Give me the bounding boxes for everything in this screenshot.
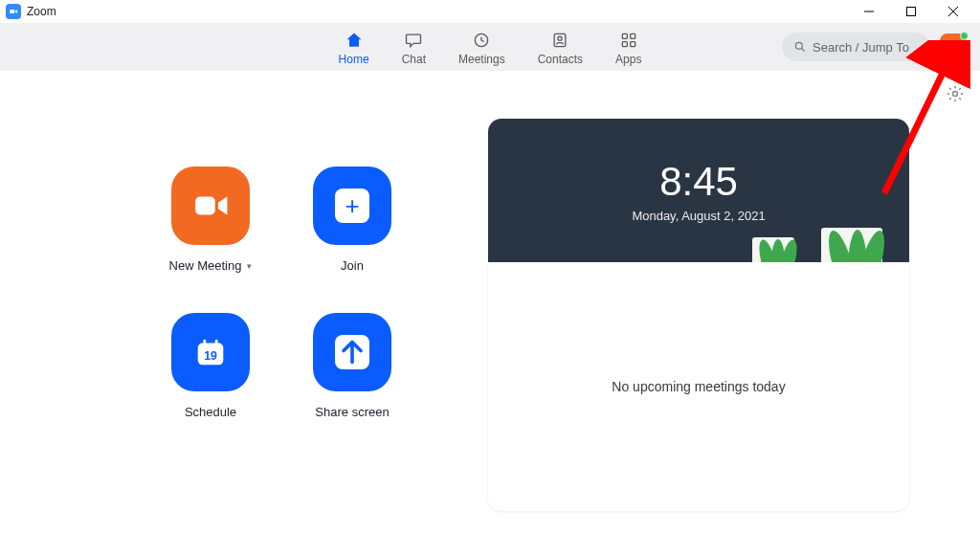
presence-indicator	[960, 32, 969, 40]
profile-avatar[interactable]: S	[940, 33, 967, 60]
svg-point-7	[558, 36, 562, 40]
tab-contacts[interactable]: Contacts	[538, 28, 583, 66]
main-navbar: Home Chat Meetings Contacts Apps	[0, 23, 980, 71]
svg-rect-10	[622, 42, 627, 47]
chevron-down-icon: ▾	[247, 261, 252, 271]
svg-rect-2	[907, 8, 916, 16]
svg-rect-9	[630, 33, 635, 38]
new-meeting-label: New Meeting	[169, 258, 242, 273]
svg-rect-18	[215, 340, 218, 346]
svg-line-13	[802, 49, 805, 52]
plant-decoration	[821, 228, 882, 262]
nav-tabs: Home Chat Meetings Contacts Apps	[339, 28, 642, 66]
join-label: Join	[341, 258, 364, 273]
zoom-logo-icon	[6, 4, 21, 19]
search-input[interactable]: Search / Jump To	[782, 33, 930, 61]
tab-contacts-label: Contacts	[538, 53, 583, 66]
tab-meetings[interactable]: Meetings	[458, 28, 505, 66]
tab-chat-label: Chat	[402, 53, 426, 66]
tab-home-label: Home	[339, 53, 369, 66]
share-screen-button[interactable]	[313, 313, 391, 391]
gear-icon	[946, 84, 965, 103]
clock-icon	[472, 31, 491, 50]
chat-icon	[404, 31, 423, 50]
svg-rect-11	[630, 42, 635, 47]
maximize-button[interactable]	[890, 0, 932, 23]
clock-panel: 8:45 Monday, August 2, 2021	[488, 119, 909, 262]
schedule-label: Schedule	[185, 405, 236, 419]
calendar-icon: 19	[192, 334, 229, 370]
share-label: Share screen	[315, 405, 389, 419]
tab-meetings-label: Meetings	[458, 53, 505, 66]
window-titlebar: Zoom	[0, 0, 980, 23]
search-placeholder: Search / Jump To	[813, 40, 909, 55]
svg-rect-0	[10, 10, 14, 13]
settings-button[interactable]	[946, 84, 965, 107]
contacts-icon	[550, 31, 569, 50]
current-date: Monday, August 2, 2021	[632, 209, 765, 223]
svg-text:19: 19	[204, 349, 217, 363]
svg-point-14	[953, 92, 958, 97]
tab-apps-label: Apps	[615, 53, 641, 66]
upcoming-card: 8:45 Monday, August 2, 2021 No upcoming …	[488, 119, 909, 511]
svg-rect-8	[622, 33, 627, 38]
join-button[interactable]: +	[313, 166, 391, 245]
apps-icon	[619, 31, 638, 50]
svg-rect-15	[195, 197, 215, 215]
tab-chat[interactable]: Chat	[402, 28, 426, 66]
svg-rect-17	[203, 340, 206, 346]
avatar-initial: S	[948, 39, 957, 55]
share-arrow-icon	[335, 335, 369, 369]
tab-home[interactable]: Home	[339, 28, 369, 66]
schedule-button[interactable]: 19	[171, 313, 250, 391]
video-icon	[192, 188, 229, 224]
window-title: Zoom	[27, 5, 56, 18]
minimize-button[interactable]	[848, 0, 890, 23]
home-icon	[345, 31, 364, 50]
search-icon	[793, 40, 807, 54]
new-meeting-button[interactable]	[171, 166, 250, 245]
svg-point-12	[795, 42, 802, 49]
no-meetings-message: No upcoming meetings today	[612, 379, 785, 394]
close-button[interactable]	[932, 0, 974, 23]
new-meeting-label-row[interactable]: New Meeting ▾	[169, 258, 253, 273]
tab-apps[interactable]: Apps	[615, 28, 641, 66]
plant-decoration	[752, 237, 794, 262]
current-time: 8:45	[659, 159, 738, 205]
main-content: New Meeting ▾ + Join 19	[0, 71, 980, 555]
plus-icon: +	[335, 189, 369, 223]
